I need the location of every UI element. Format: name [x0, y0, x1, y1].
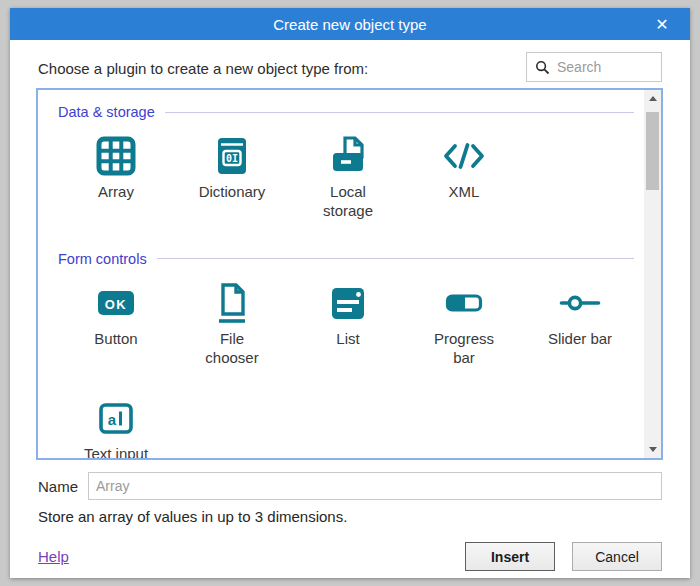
plugin-item-label: Dictionary — [199, 183, 266, 202]
plugin-list-panel[interactable]: Data & storage Array 0I Dictionary Local… — [36, 88, 663, 460]
plugin-item-xml[interactable]: XML — [406, 134, 522, 221]
cancel-button[interactable]: Cancel — [572, 542, 662, 571]
dialog-content: Choose a plugin to create a new object t… — [10, 40, 690, 578]
help-link[interactable]: Help — [38, 548, 69, 565]
plugin-category: Data & storage Array 0I Dictionary Local… — [38, 104, 644, 237]
plugin-item-label: Array — [98, 183, 134, 202]
name-label: Name — [38, 478, 78, 495]
category-divider — [157, 258, 634, 259]
plugin-item-progress-bar[interactable]: Progress bar — [406, 281, 522, 368]
plugin-item-local-storage[interactable]: Local storage — [290, 134, 406, 221]
plugin-item-text-input[interactable]: a Text input — [58, 396, 174, 458]
plugin-list: Data & storage Array 0I Dictionary Local… — [38, 90, 644, 458]
svg-text:0I: 0I — [226, 153, 238, 164]
dialog-title: Create new object type — [273, 16, 426, 33]
name-input[interactable] — [88, 472, 662, 500]
plugin-item-button[interactable]: OK Button — [58, 281, 174, 368]
scroll-up-icon[interactable] — [644, 90, 661, 107]
plugin-item-dictionary[interactable]: 0I Dictionary — [174, 134, 290, 221]
svg-text:a: a — [108, 411, 117, 428]
plugin-item-array[interactable]: Array — [58, 134, 174, 221]
plugin-item-slider-bar[interactable]: Slider bar — [522, 281, 638, 368]
slider-bar-icon — [558, 281, 602, 325]
dictionary-icon: 0I — [210, 134, 254, 178]
close-icon[interactable]: ✕ — [648, 8, 676, 40]
button-icon: OK — [94, 281, 138, 325]
plugin-item-label: Progress bar — [428, 330, 500, 368]
plugin-item-list[interactable]: List — [290, 281, 406, 368]
file-chooser-icon — [210, 281, 254, 325]
scroll-down-icon[interactable] — [644, 441, 661, 458]
scrollbar-thumb[interactable] — [646, 112, 659, 190]
category-title: Form controls — [58, 251, 147, 267]
text-input-icon: a — [94, 396, 138, 440]
dialog-titlebar: Create new object type ✕ — [10, 8, 690, 40]
plugin-item-file-chooser[interactable]: File chooser — [174, 281, 290, 368]
search-icon — [535, 60, 550, 75]
progress-bar-icon — [442, 281, 486, 325]
plugin-item-label: Local storage — [312, 183, 384, 221]
list-icon — [326, 281, 370, 325]
insert-button[interactable]: Insert — [465, 542, 555, 571]
plugin-category: Form controls OK Button File chooser Lis… — [38, 251, 644, 458]
array-icon — [94, 134, 138, 178]
scrollbar[interactable] — [644, 90, 661, 458]
svg-text:OK: OK — [105, 296, 128, 311]
plugin-item-label: File chooser — [196, 330, 268, 368]
create-object-dialog: Create new object type ✕ Choose a plugin… — [10, 8, 690, 578]
search-input[interactable] — [555, 58, 661, 76]
plugin-item-label: Slider bar — [548, 330, 612, 349]
plugin-item-label: List — [336, 330, 359, 349]
plugin-item-label: Text input — [84, 445, 148, 458]
xml-icon — [442, 134, 486, 178]
search-box[interactable] — [526, 52, 662, 82]
category-divider — [165, 112, 634, 113]
plugin-item-label: Button — [94, 330, 137, 349]
category-title: Data & storage — [58, 104, 155, 120]
prompt-label: Choose a plugin to create a new object t… — [38, 60, 368, 77]
plugin-item-label: XML — [449, 183, 480, 202]
plugin-description: Store an array of values in up to 3 dime… — [38, 508, 662, 525]
local-storage-icon — [326, 134, 370, 178]
